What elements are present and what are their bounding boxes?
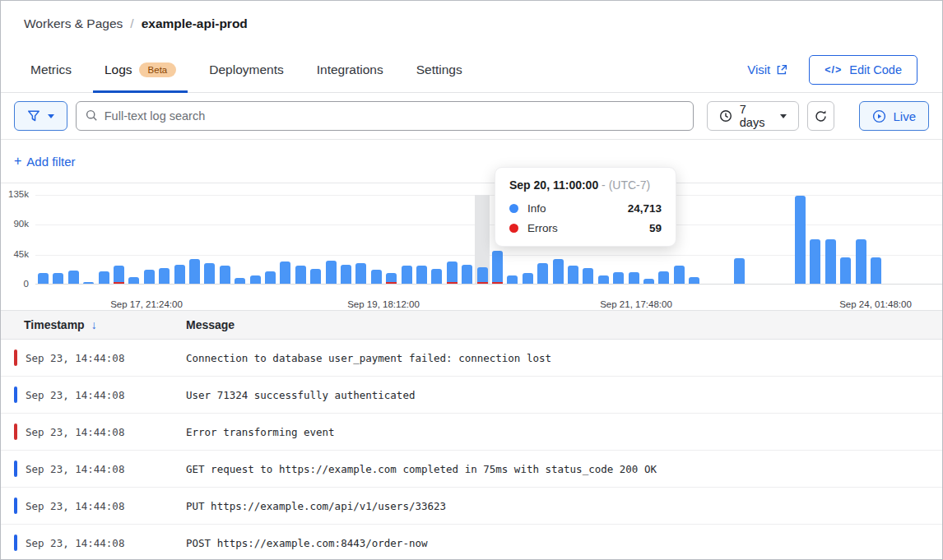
chart-bar[interactable] xyxy=(825,239,836,284)
tab-integrations[interactable]: Integrations xyxy=(305,47,395,92)
workers-logs-page: Workers & Pages / example-api-prod Metri… xyxy=(0,0,943,560)
log-message: GET request to https://example.com compl… xyxy=(186,463,657,475)
chart-plot-area[interactable] xyxy=(35,195,942,285)
log-row[interactable]: Sep 23, 14:44:08 Error transforming even… xyxy=(1,414,942,451)
log-message: Error transforming event xyxy=(186,426,335,438)
visit-link[interactable]: Visit xyxy=(747,62,787,76)
chart-bar[interactable] xyxy=(355,263,366,284)
chart-bar[interactable] xyxy=(492,251,503,284)
chart-bar[interactable] xyxy=(416,266,427,284)
table-body: Sep 23, 14:44:08 Connection to database … xyxy=(1,340,942,560)
chart-bar[interactable] xyxy=(734,258,745,284)
log-table: Timestamp ↓ Message Sep 23, 14:44:08 Con… xyxy=(1,310,942,560)
log-row[interactable]: Sep 23, 14:44:08 GET request to https://… xyxy=(1,451,942,488)
chart-bar[interactable] xyxy=(128,277,139,284)
chart-bar-error-segment xyxy=(114,282,124,284)
message-column-header: Message xyxy=(186,318,235,331)
y-tick-label: 45k xyxy=(13,249,29,259)
log-level-indicator-error xyxy=(14,349,17,366)
chart-bar[interactable] xyxy=(68,271,79,284)
chart-bar[interactable] xyxy=(83,282,94,284)
chart-bar[interactable] xyxy=(795,196,806,284)
chart-x-axis: Sep 17, 21:24:00Sep 19, 18:12:00Sep 21, … xyxy=(1,299,942,312)
chart-bar[interactable] xyxy=(643,279,654,284)
tab-logs[interactable]: Logs Beta xyxy=(93,47,188,92)
chart-bar[interactable] xyxy=(810,239,820,284)
log-row[interactable]: Sep 23, 14:44:08 PUT https://example.com… xyxy=(1,488,942,525)
tab-settings[interactable]: Settings xyxy=(405,47,474,92)
tooltip-info-row: Info 24,713 xyxy=(509,202,662,215)
errors-legend-dot xyxy=(509,224,518,233)
log-timestamp: Sep 23, 14:44:08 xyxy=(26,537,124,549)
x-tick-label: Sep 17, 21:24:00 xyxy=(93,299,200,309)
chart-bar[interactable] xyxy=(250,275,261,284)
chart-bar[interactable] xyxy=(613,272,624,284)
chart-bar[interactable] xyxy=(99,271,109,284)
add-filter-button[interactable]: + Add filter xyxy=(14,155,76,169)
chart-bar[interactable] xyxy=(447,261,458,284)
tab-metrics[interactable]: Metrics xyxy=(19,47,83,92)
chart-bar[interactable] xyxy=(629,272,639,284)
chart-bar[interactable] xyxy=(189,259,200,284)
log-row[interactable]: Sep 23, 14:44:08 Connection to database … xyxy=(1,340,942,377)
chart-bar[interactable] xyxy=(371,270,382,284)
chart-bar[interactable] xyxy=(431,269,442,284)
chart-bar[interactable] xyxy=(174,265,185,284)
chart-bar[interactable] xyxy=(568,266,578,284)
y-tick-label: 135k xyxy=(8,189,29,199)
chart-bar[interactable] xyxy=(674,266,685,284)
chart-bar[interactable] xyxy=(856,239,866,284)
breadcrumb-current: example-api-prod xyxy=(142,16,248,31)
search-input[interactable] xyxy=(76,101,694,131)
chevron-down-icon xyxy=(780,114,787,118)
chart-bar[interactable] xyxy=(38,273,49,284)
chart-bar[interactable] xyxy=(310,269,321,284)
chart-bar[interactable] xyxy=(280,261,290,284)
filter-menu-button[interactable] xyxy=(14,101,67,131)
timestamp-column-header[interactable]: Timestamp ↓ xyxy=(24,318,186,331)
chart-bar[interactable] xyxy=(583,268,593,284)
chart-bar[interactable] xyxy=(144,270,155,284)
chart-bar[interactable] xyxy=(840,257,851,284)
chart-bar[interactable] xyxy=(658,271,669,284)
chart-bar[interactable] xyxy=(462,265,472,284)
search-wrapper xyxy=(76,101,694,131)
tab-deployments[interactable]: Deployments xyxy=(197,47,295,92)
refresh-button[interactable] xyxy=(807,101,835,131)
live-button[interactable]: Live xyxy=(859,101,929,131)
chart-bar[interactable] xyxy=(477,267,488,284)
chart-bar[interactable] xyxy=(553,259,564,284)
chart-bar[interactable] xyxy=(326,261,337,284)
time-range-dropdown[interactable]: 7 days xyxy=(707,101,799,131)
chart-bar[interactable] xyxy=(235,278,245,284)
log-row[interactable]: Sep 23, 14:44:08 User 71324 successfully… xyxy=(1,377,942,414)
filter-bar: 7 days Live xyxy=(1,93,942,140)
chart-bar[interactable] xyxy=(537,263,548,284)
chart-bar-error-segment xyxy=(477,282,488,284)
chart-bar[interactable] xyxy=(341,265,351,284)
chart-tooltip: Sep 20, 11:00:00 - (UTC-7) Info 24,713 E… xyxy=(495,167,676,247)
edit-code-button[interactable]: </> Edit Code xyxy=(809,55,917,85)
chart-bar[interactable] xyxy=(295,266,306,284)
chart-bar[interactable] xyxy=(523,273,533,284)
log-timestamp: Sep 23, 14:44:08 xyxy=(26,463,124,475)
sort-desc-icon[interactable]: ↓ xyxy=(91,318,97,331)
chart-bar[interactable] xyxy=(265,271,276,284)
breadcrumb-section[interactable]: Workers & Pages xyxy=(24,16,123,31)
chart-bar[interactable] xyxy=(402,266,412,284)
chart-bar[interactable] xyxy=(114,266,124,284)
chart-bar[interactable] xyxy=(386,273,397,284)
chart-bar[interactable] xyxy=(159,268,170,284)
tooltip-timestamp: Sep 20, 11:00:00 xyxy=(509,178,598,192)
chart-bar[interactable] xyxy=(871,257,881,284)
breadcrumb-separator: / xyxy=(130,16,133,31)
tooltip-timezone: - (UTC-7) xyxy=(602,178,650,192)
chart-bar[interactable] xyxy=(204,263,215,284)
x-tick-label: Sep 24, 01:48:00 xyxy=(822,299,929,309)
chart-bar[interactable] xyxy=(507,275,518,284)
chart-bar[interactable] xyxy=(598,275,609,284)
chart-bar[interactable] xyxy=(220,266,230,284)
chart-bar[interactable] xyxy=(53,273,63,284)
log-row[interactable]: Sep 23, 14:44:08 POST https://example.co… xyxy=(1,525,942,560)
chart-bar[interactable] xyxy=(689,277,699,284)
